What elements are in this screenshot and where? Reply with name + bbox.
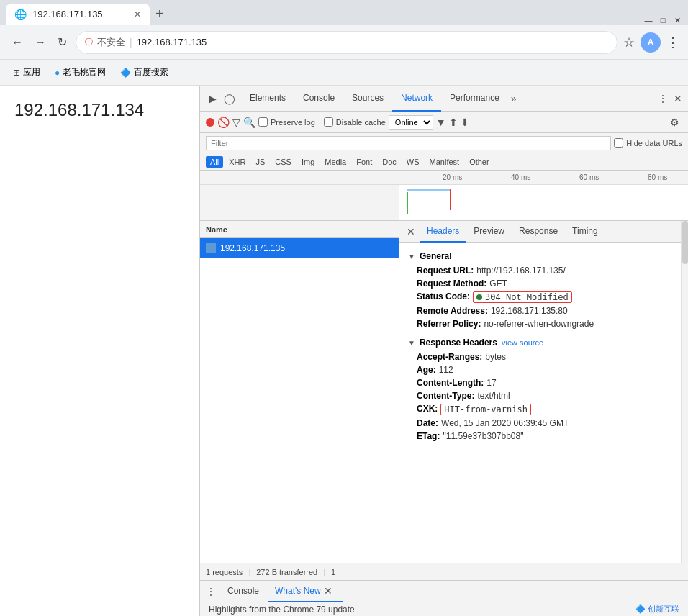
tab-console-bottom[interactable]: Console [220,581,266,602]
tab-close-button[interactable]: ✕ [134,9,141,19]
whats-new-close-button[interactable]: ✕ [321,584,335,598]
tab-elements[interactable]: Elements [241,86,294,112]
minimize-button[interactable]: — [643,15,653,25]
accept-ranges-row: Accept-Ranges: bytes [399,350,681,363]
throttle-select[interactable]: Online [389,115,433,130]
protocol-label: 不安全 [97,36,125,49]
profile-button[interactable]: A [641,32,661,53]
detail-panel: ✕ Headers Preview Response Timi [399,221,681,563]
type-btn-css[interactable]: CSS [271,156,296,168]
record-button[interactable] [206,118,214,127]
url-input[interactable] [137,37,608,47]
download-icon[interactable]: ⬇ [461,117,469,128]
detail-content[interactable]: ▼ General Request URL: http://192.168.17… [399,243,681,563]
detail-tabs: ✕ Headers Preview Response Timi [399,221,681,243]
hide-data-urls-checkbox[interactable] [614,138,623,148]
back-button[interactable]: ← [9,33,26,52]
ruler-40ms: 40 ms [511,173,530,181]
type-btn-ws[interactable]: WS [402,156,424,168]
type-btn-all[interactable]: All [206,156,223,168]
preserve-log-label: Preserve log [258,117,315,127]
tab-headers[interactable]: Headers [420,221,466,243]
filter-button[interactable]: ▽ [232,117,240,128]
preserve-log-checkbox[interactable] [258,117,268,127]
tab-title: 192.168.171.135 [32,9,128,19]
type-btn-doc[interactable]: Doc [378,156,401,168]
devtools-cursor-icon[interactable]: ▶ [206,90,219,107]
bookmark-button[interactable]: ☆ [623,35,635,50]
timeline-bar-blue [407,189,450,191]
bottom-panel-menu[interactable]: ⋮ [203,584,219,599]
devtools-settings-icon[interactable]: ⋮ [655,90,671,107]
disable-cache-label: Disable cache [324,117,386,127]
cxk-value: HIT-from-varnish [444,404,528,415]
response-headers-section-header: ▼ Response Headers view source [399,335,681,350]
request-item[interactable]: 192.168.171.135 [200,238,399,258]
url-bar[interactable]: ⓘ 不安全 | [76,31,617,54]
type-btn-font[interactable]: Font [352,156,376,168]
request-method-label: Request Method: [417,278,486,289]
content-type-row: Content-Type: text/html [399,389,681,402]
devtools-settings-button[interactable]: ⚙ [667,114,682,131]
referrer-policy-value: no-referrer-when-downgrade [484,319,594,329]
tab-console[interactable]: Console [294,86,343,112]
type-btn-img[interactable]: Img [297,156,319,168]
cxk-label: CXK: [417,404,438,415]
cxk-row: CXK: HIT-from-varnish [399,402,681,417]
tab-sources[interactable]: Sources [343,86,392,112]
view-source-link[interactable]: view source [502,338,543,347]
new-tab-button[interactable]: + [150,3,170,25]
status-code-row: Status Code: 304 Not Modified [399,290,681,304]
bookmarks-bar: ⊞ 应用 ● 老毛桃官网 🔷 百度搜索 [0,60,688,86]
forward-button[interactable]: → [32,33,49,52]
detail-close-button[interactable]: ✕ [402,225,420,239]
general-toggle: ▼ [408,253,415,261]
block-button[interactable]: 🚫 [217,117,230,128]
tab-response[interactable]: Response [512,221,565,243]
filter-input[interactable] [206,136,611,150]
remote-address-label: Remote Address: [417,306,488,316]
age-value: 112 [439,365,453,375]
main-area: 192.168.171.134 ▶ ◯ Elements Console Sou… [0,86,688,616]
ruler-60ms: 60 ms [579,173,599,181]
laomao-icon: ● [55,68,60,78]
content-type-label: Content-Type: [417,391,474,401]
bookmark-apps[interactable]: ⊞ 应用 [7,65,46,80]
tab-whats-new[interactable]: What's New ✕ [268,581,343,602]
devtools-more-tabs-button[interactable]: » [508,90,520,107]
devtools-close-button[interactable]: ✕ [671,90,685,107]
tab-timing[interactable]: Timing [565,221,605,243]
upload-icon[interactable]: ⬆ [449,117,458,128]
status-code-value: 304 Not Modified [485,292,569,302]
close-button[interactable]: ✕ [672,15,682,25]
devtools-device-icon[interactable]: ◯ [221,90,238,107]
filter-bar: Hide data URLs [200,133,688,153]
bookmark-laomao[interactable]: ● 老毛桃官网 [49,65,112,80]
type-btn-js[interactable]: JS [251,156,269,168]
type-btn-manifest[interactable]: Manifest [425,156,464,168]
request-url-label: Request URL: [417,266,474,276]
response-headers-title: Response Headers [420,338,497,348]
search-button[interactable]: 🔍 [243,117,255,128]
tab-performance[interactable]: Performance [441,86,508,112]
etag-row: ETag: "11.59e37b307bb08" [399,430,681,443]
status-code-badge: 304 Not Modified [473,291,572,303]
page-content: 192.168.171.134 [0,86,199,616]
type-btn-other[interactable]: Other [465,156,494,168]
tab-preview[interactable]: Preview [466,221,512,243]
etag-label: ETag: [417,431,440,441]
request-url-row: Request URL: http://192.168.171.135/ [399,264,681,277]
browser-tab[interactable]: 🌐 192.168.171.135 ✕ [6,4,150,25]
detail-scrollbar[interactable] [681,221,688,563]
bookmark-baidu[interactable]: 🔷 百度搜索 [114,65,174,80]
type-btn-media[interactable]: Media [320,156,350,168]
tab-network[interactable]: Network [392,86,441,112]
maximize-button[interactable]: □ [658,15,668,25]
disable-cache-checkbox[interactable] [324,117,333,127]
reload-button[interactable]: ↻ [55,32,70,52]
type-btn-xhr[interactable]: XHR [225,156,250,168]
ruler-80ms: 80 ms [648,173,667,181]
menu-button[interactable]: ⋮ [666,35,679,50]
throttle-down-button[interactable]: ▼ [436,117,446,128]
scrollbar-thumb[interactable] [682,221,688,264]
